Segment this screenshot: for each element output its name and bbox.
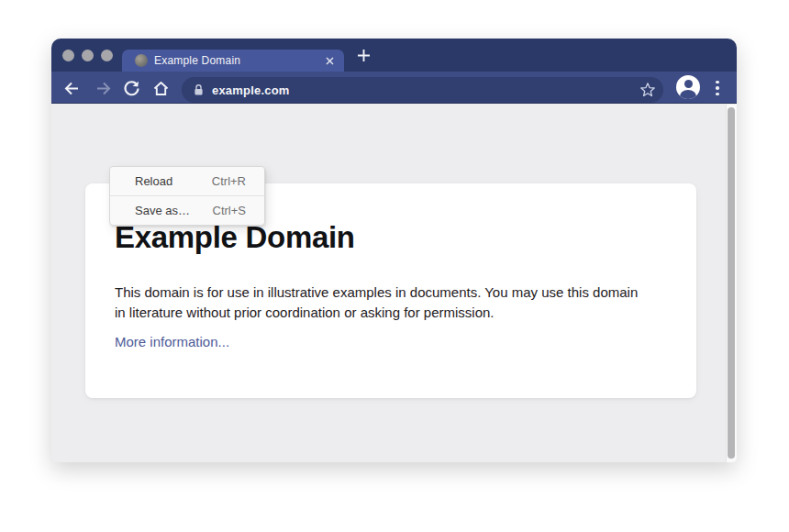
page-content: Example Domain This domain is for use in…: [51, 105, 737, 462]
page-paragraph: This domain is for use in illustrative e…: [115, 283, 645, 323]
scrollbar-track[interactable]: [726, 105, 737, 462]
back-button[interactable]: [62, 79, 81, 97]
avatar-head: [684, 80, 693, 88]
menu-item-label: Reload: [135, 174, 172, 188]
user-avatar-icon: [676, 75, 700, 99]
browser-toolbar: example.com: [51, 72, 737, 104]
kebab-dot: [716, 81, 718, 83]
menu-item-reload[interactable]: Reload Ctrl+R: [110, 167, 264, 195]
menu-item-label: Save as…: [135, 204, 190, 217]
more-information-link[interactable]: More information...: [115, 334, 229, 349]
tab-bar: Example Domain: [51, 39, 737, 72]
reload-icon: [123, 80, 140, 97]
close-icon: [326, 57, 334, 65]
menu-item-save-as[interactable]: Save as… Ctrl+S: [110, 196, 264, 225]
home-icon: [152, 80, 170, 97]
url-text: example.com: [212, 83, 290, 97]
window-close-button[interactable]: [62, 50, 74, 61]
tab-close-button[interactable]: [325, 56, 335, 66]
menu-item-shortcut: Ctrl+R: [212, 174, 246, 188]
star-icon: [639, 82, 656, 98]
tab-title: Example Domain: [154, 54, 240, 67]
back-arrow-icon: [63, 80, 81, 97]
browser-tab[interactable]: Example Domain: [122, 50, 344, 72]
context-menu: Reload Ctrl+R Save as… Ctrl+S: [109, 166, 265, 226]
plus-icon: [357, 49, 371, 62]
bookmark-button[interactable]: [639, 82, 656, 98]
forward-arrow-icon: [94, 80, 112, 97]
profile-button[interactable]: [676, 75, 700, 99]
scrollbar-thumb[interactable]: [728, 107, 735, 459]
home-button[interactable]: [151, 79, 170, 97]
browser-window: Example Domain: [51, 39, 737, 462]
kebab-dot: [716, 86, 718, 89]
window-maximize-button[interactable]: [101, 50, 113, 61]
new-tab-button[interactable]: [356, 48, 371, 62]
globe-favicon-icon: [135, 54, 148, 67]
menu-item-shortcut: Ctrl+S: [213, 204, 246, 217]
reload-button[interactable]: [122, 79, 140, 97]
avatar-shoulders: [680, 90, 696, 99]
browser-menu-button[interactable]: [713, 80, 722, 96]
lock-icon: [193, 83, 205, 96]
forward-button[interactable]: [94, 79, 112, 97]
address-bar[interactable]: example.com: [182, 77, 663, 103]
window-minimize-button[interactable]: [82, 50, 94, 61]
kebab-dot: [716, 93, 718, 95]
